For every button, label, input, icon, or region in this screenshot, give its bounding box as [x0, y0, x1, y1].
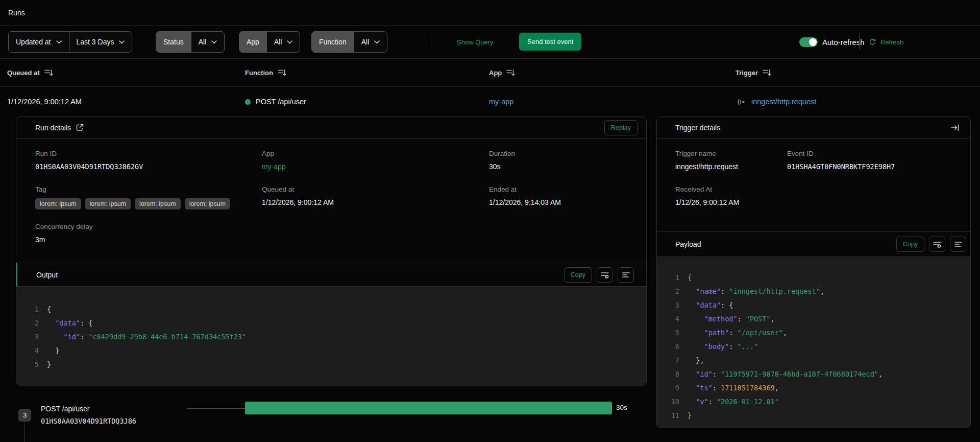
status-dot-completed [245, 99, 251, 105]
show-query-link[interactable]: Show Query [457, 26, 494, 59]
cell-app[interactable]: my-app [489, 87, 513, 117]
chevron-down-icon [374, 40, 380, 44]
received-at-value: 1/12/26, 9:00:12 AM [675, 198, 739, 206]
column-header-function[interactable]: Function [245, 59, 287, 87]
trigger-details-panel: Trigger details Trigger name inngest/htt… [656, 117, 971, 428]
filter-divider [431, 33, 431, 51]
timeline-duration-label: 30s [616, 404, 627, 411]
code-line: 10 "v": "2026-01-12.01" [657, 394, 970, 408]
copy-button[interactable]: Copy [896, 237, 924, 252]
code-line: 6 "body": "..." [657, 339, 970, 353]
field-label: Run ID [35, 150, 143, 157]
time-range-label: Last 3 Days [77, 38, 114, 46]
field-label: Received At [675, 185, 739, 193]
format-button[interactable] [950, 237, 966, 252]
auto-refresh-label: Auto-refresh [822, 26, 865, 59]
send-test-event-button[interactable]: Send test event [519, 33, 581, 51]
concurrency-delay-value: 3m [35, 236, 93, 244]
wrap-text-button[interactable] [597, 267, 613, 283]
status-filter-value-seg[interactable]: All [191, 32, 225, 52]
field-label: Duration [489, 150, 515, 157]
line-number: 3 [657, 301, 679, 309]
code-line: 5 "path": "/api/user", [657, 325, 970, 339]
line-number: 9 [657, 384, 679, 392]
cell-trigger[interactable]: inngest/http.request [738, 87, 816, 117]
line-number: 8 [657, 370, 679, 378]
app-filter-value-seg[interactable]: All [266, 32, 300, 52]
refresh-icon [869, 38, 876, 46]
timeline-duration-bar[interactable] [245, 402, 612, 414]
cell-function[interactable]: POST /api/user [245, 87, 306, 117]
code-line: 2 "data": { [16, 316, 646, 330]
chevron-down-icon [56, 40, 62, 44]
code-line: 8 "id": "119f5971-9878-46bd-a18f-4f06801… [657, 367, 970, 381]
wrap-text-icon [933, 241, 941, 248]
align-left-icon [622, 272, 630, 278]
runs-page: Runs Updated at Last 3 Days Status All [0, 0, 980, 442]
external-link-icon[interactable] [76, 124, 84, 131]
time-filter-group: Updated at Last 3 Days [8, 31, 132, 53]
collapse-panel-icon[interactable] [951, 124, 959, 131]
line-number: 1 [16, 305, 39, 313]
column-header-trigger[interactable]: Trigger [736, 59, 772, 87]
code-line: 1{ [657, 270, 970, 284]
event-id-value: 01HSHA4GT0FN0NRBKTF92E98H7 [787, 162, 895, 171]
field-tag: Tag lorem: ipsumlorem: ipsumlorem: ipsum… [35, 185, 230, 210]
trigger-link[interactable]: inngest/http.request [751, 98, 816, 106]
tag-chip: lorem: ipsum [135, 198, 181, 210]
field-ended-at: Ended at 1/12/2026, 9:14:03 AM [489, 185, 561, 206]
column-header-app[interactable]: App [489, 59, 516, 87]
line-number: 4 [657, 315, 679, 323]
field-received-at: Received At 1/12/26, 9:00:12 AM [675, 185, 739, 206]
wrap-text-button[interactable] [929, 237, 945, 252]
sort-icon [506, 69, 516, 77]
cell-queued-at: 1/12/2026, 9:00:12 AM [7, 87, 82, 117]
trigger-details-title-wrap: Trigger details [675, 124, 720, 132]
app-link[interactable]: my-app [489, 98, 513, 106]
column-label: Trigger [736, 69, 758, 77]
align-left-icon [954, 241, 962, 247]
line-number: 7 [657, 356, 679, 364]
field-queued-at: Queued at 1/12/2026, 9:00:12 AM [262, 185, 334, 206]
time-range-dropdown[interactable]: Last 3 Days [69, 32, 132, 52]
wrap-text-icon [601, 271, 609, 278]
auto-refresh-toggle[interactable] [799, 37, 818, 47]
field-label: Concurrency delay [35, 223, 93, 230]
field-label: Event ID [787, 150, 895, 157]
payload-section-header: Payload Copy [657, 231, 970, 257]
code-line: 1{ [16, 302, 646, 316]
refresh-button[interactable]: Refresh [869, 26, 904, 59]
code-line: 11} [657, 408, 970, 422]
function-filter-label: Function [319, 38, 347, 46]
field-concurrency-delay: Concurrency delay 3m [35, 223, 93, 244]
table-row[interactable]: 1/12/2026, 9:00:12 AM POST /api/user my-… [0, 87, 980, 117]
line-number: 1 [657, 273, 679, 282]
payload-code-block: 1{2 "name": "inngest/http.request",3 "da… [657, 257, 970, 428]
updated-at-dropdown[interactable]: Updated at [9, 32, 69, 52]
field-event-id: Event ID 01HSHA4GT0FN0NRBKTF92E98H7 [787, 150, 895, 171]
column-header-queued-at[interactable]: Queued at [7, 59, 54, 87]
status-filter[interactable]: Status All [156, 31, 225, 53]
line-number: 2 [16, 319, 39, 327]
code-line: 3 "id": "c8429dd9-29b8-44e6-b714-767d34c… [16, 330, 646, 343]
output-section-header: Output Copy [16, 263, 646, 287]
function-filter-value-seg[interactable]: All [354, 32, 387, 52]
output-actions: Copy [564, 267, 634, 283]
format-button[interactable] [618, 267, 634, 283]
copy-button[interactable]: Copy [564, 267, 592, 283]
line-number: 4 [16, 346, 39, 355]
payload-title: Payload [675, 240, 701, 248]
payload-actions: Copy [896, 237, 966, 252]
runs-table-header: Queued at Function App Trigger [0, 59, 980, 87]
function-filter-value: All [361, 38, 370, 46]
function-filter[interactable]: Function All [311, 31, 387, 53]
app-filter[interactable]: App All [239, 31, 300, 53]
run-details-title: Run details [35, 124, 71, 132]
field-label: App [262, 150, 286, 157]
run-details-header: Run details Replay [16, 117, 646, 138]
app-link-green[interactable]: my-app [262, 162, 286, 171]
updated-at-label: Updated at [16, 38, 51, 46]
field-duration: Duration 30s [489, 150, 515, 171]
replay-button[interactable]: Replay [604, 120, 638, 135]
trigger-pulse-icon [738, 99, 746, 105]
